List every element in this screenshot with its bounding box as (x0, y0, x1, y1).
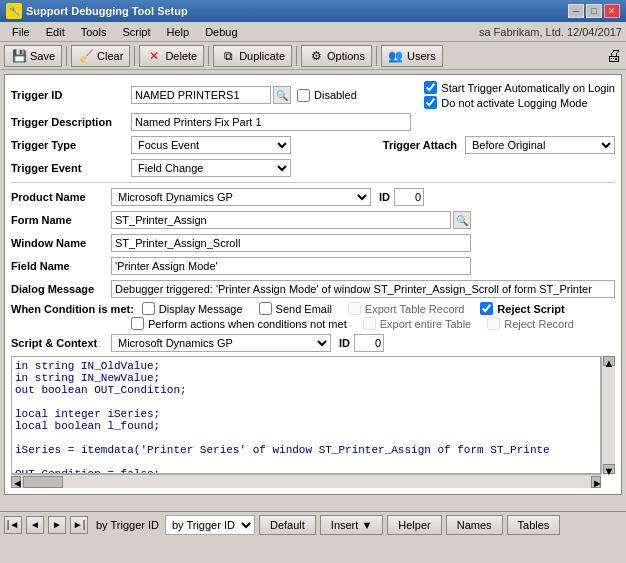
options-button[interactable]: ⚙ Options (301, 45, 372, 67)
code-scrollbar-vertical[interactable]: ▲ ▼ (601, 356, 615, 474)
scrollbar-down-btn[interactable]: ▼ (603, 464, 615, 474)
product-name-select[interactable]: Microsoft Dynamics GP (111, 188, 371, 206)
script-context-select[interactable]: Microsoft Dynamics GP (111, 334, 331, 352)
do-not-activate-checkbox[interactable] (424, 96, 437, 109)
disabled-checkbox[interactable] (297, 89, 310, 102)
trigger-type-row: Trigger Type Focus Event Trigger Attach … (11, 135, 615, 155)
nav-next-button[interactable]: ► (48, 516, 66, 534)
menu-script[interactable]: Script (114, 25, 158, 39)
window-name-input[interactable] (111, 234, 471, 252)
code-line-9 (15, 456, 597, 468)
window-name-row: Window Name (11, 233, 615, 253)
code-line-4 (15, 396, 597, 408)
trigger-desc-row: Trigger Description (11, 112, 615, 132)
display-message-checkbox[interactable] (142, 302, 155, 315)
nav-first-button[interactable]: |◄ (4, 516, 22, 534)
delete-icon: ✕ (146, 48, 162, 64)
options-icon: ⚙ (308, 48, 324, 64)
separator-3 (208, 46, 209, 66)
window-name-label: Window Name (11, 237, 111, 249)
code-line-1: in string IN_OldValue; (15, 360, 597, 372)
code-editor[interactable]: in string IN_OldValue; in string IN_NewV… (11, 356, 601, 474)
code-scrollbar-horizontal[interactable]: ◄ ► (11, 474, 601, 488)
trigger-type-select[interactable]: Focus Event (131, 136, 291, 154)
save-button[interactable]: 💾 Save (4, 45, 62, 67)
code-line-2: in string IN_NewValue; (15, 372, 597, 384)
export-entire-table-checkbox[interactable] (363, 317, 376, 330)
start-trigger-label: Start Trigger Automatically on Login (441, 82, 615, 94)
code-line-6: local boolean l_found; (15, 420, 597, 432)
product-id-input[interactable] (394, 188, 424, 206)
names-button[interactable]: Names (446, 515, 503, 535)
trigger-id-lookup[interactable]: 🔍 (273, 86, 291, 104)
send-email-checkbox[interactable] (259, 302, 272, 315)
trigger-desc-label: Trigger Description (11, 116, 131, 128)
code-scroll-area: in string IN_OldValue; in string IN_NewV… (11, 356, 615, 488)
insert-button[interactable]: Insert ▼ (320, 515, 383, 535)
trigger-event-select[interactable]: Field Change (131, 159, 291, 177)
duplicate-button[interactable]: ⧉ Duplicate (213, 45, 292, 67)
delete-button[interactable]: ✕ Delete (139, 45, 204, 67)
nav-select[interactable]: by Trigger ID (165, 515, 255, 535)
reject-script-checkbox[interactable] (480, 302, 493, 315)
trigger-event-row: Trigger Event Field Change (11, 158, 615, 178)
code-line-5: local integer iSeries; (15, 408, 597, 420)
field-name-row: Field Name (11, 256, 615, 276)
minimize-button[interactable]: ─ (568, 4, 584, 18)
nav-prev-button[interactable]: ◄ (26, 516, 44, 534)
form-name-input[interactable] (111, 211, 451, 229)
scrollbar-up-btn[interactable]: ▲ (603, 356, 615, 366)
menu-bar: File Edit Tools Script Help Debug sa Fab… (0, 22, 626, 42)
menu-tools[interactable]: Tools (73, 25, 115, 39)
form-name-row: Form Name 🔍 (11, 210, 615, 230)
helper-button[interactable]: Helper (387, 515, 441, 535)
dialog-message-label: Dialog Message (11, 283, 111, 295)
condition-row-1: When Condition is met: Display Message S… (11, 302, 615, 315)
nav-last-button[interactable]: ►| (70, 516, 88, 534)
scrollbar-thumb-h[interactable] (23, 476, 63, 488)
display-message-label: Display Message (159, 303, 243, 315)
script-id-label: ID (339, 337, 350, 349)
default-button[interactable]: Default (259, 515, 316, 535)
separator-4 (296, 46, 297, 66)
form-panel: Trigger ID 🔍 Disabled Start Trigger Auto… (4, 74, 622, 495)
form-name-lookup[interactable]: 🔍 (453, 211, 471, 229)
export-entire-table-label: Export entire Table (380, 318, 472, 330)
menu-file[interactable]: File (4, 25, 38, 39)
export-table-record-checkbox[interactable] (348, 302, 361, 315)
trigger-desc-input[interactable] (131, 113, 411, 131)
menu-edit[interactable]: Edit (38, 25, 73, 39)
close-button[interactable]: ✕ (604, 4, 620, 18)
trigger-id-input[interactable] (131, 86, 271, 104)
trigger-attach-select[interactable]: Before Original (465, 136, 615, 154)
clear-button[interactable]: 🧹 Clear (71, 45, 130, 67)
tables-button[interactable]: Tables (507, 515, 561, 535)
scrollbar-left-btn[interactable]: ◄ (11, 476, 21, 488)
field-name-label: Field Name (11, 260, 111, 272)
field-name-input[interactable] (111, 257, 471, 275)
nav-label-text: by Trigger ID (96, 519, 159, 531)
export-table-record-label: Export Table Record (365, 303, 464, 315)
users-button[interactable]: 👥 Users (381, 45, 443, 67)
printer-icon: 🖨 (606, 48, 622, 64)
code-line-3: out boolean OUT_Condition; (15, 384, 597, 396)
perform-actions-checkbox[interactable] (131, 317, 144, 330)
scrollbar-right-btn[interactable]: ► (591, 476, 601, 488)
menu-help[interactable]: Help (159, 25, 198, 39)
main-content: Trigger ID 🔍 Disabled Start Trigger Auto… (0, 70, 626, 537)
code-line-7 (15, 432, 597, 444)
reject-record-checkbox[interactable] (487, 317, 500, 330)
dialog-message-input[interactable] (111, 280, 615, 298)
script-id-input[interactable] (354, 334, 384, 352)
clear-icon: 🧹 (78, 48, 94, 64)
menu-debug[interactable]: Debug (197, 25, 245, 39)
start-trigger-checkbox[interactable] (424, 81, 437, 94)
maximize-button[interactable]: □ (586, 4, 602, 18)
script-context-label: Script & Context (11, 337, 111, 349)
trigger-id-row: Trigger ID 🔍 Disabled Start Trigger Auto… (11, 81, 615, 109)
product-id-label: ID (379, 191, 390, 203)
separator-1 (66, 46, 67, 66)
users-icon: 👥 (388, 48, 404, 64)
condition-row-2: Perform actions when conditions not met … (131, 317, 615, 330)
script-context-row: Script & Context Microsoft Dynamics GP I… (11, 333, 615, 353)
